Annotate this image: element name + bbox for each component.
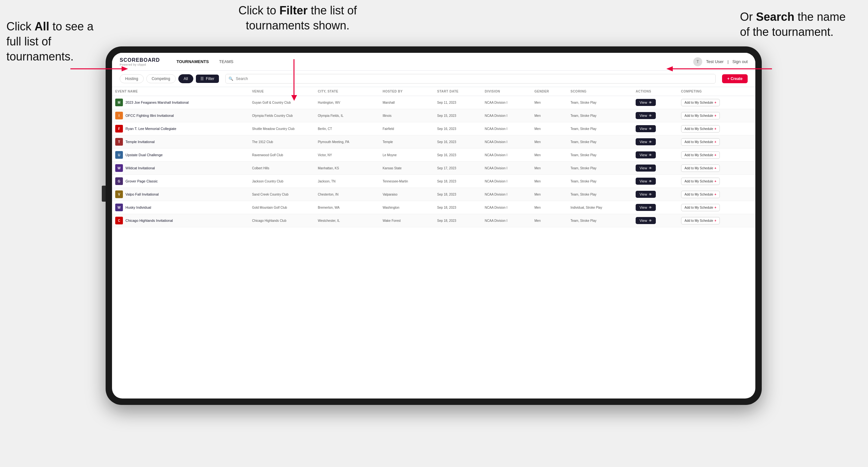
add-schedule-button[interactable]: Add to My Schedule + [681, 138, 720, 146]
view-label: View [640, 127, 647, 131]
team-logo: G [115, 177, 123, 185]
cell-venue: Shuttle Meadow Country Club [249, 122, 315, 135]
view-button[interactable]: View 👁 [636, 164, 656, 172]
cell-hosted-by: Wake Forest [379, 214, 434, 227]
filter-icon: ☰ [200, 76, 204, 81]
view-button[interactable]: View 👁 [636, 204, 656, 211]
add-schedule-label: Add to My Schedule [685, 127, 713, 131]
add-schedule-button[interactable]: Add to My Schedule + [681, 151, 720, 159]
view-button[interactable]: View 👁 [636, 191, 656, 198]
table-container: EVENT NAME VENUE CITY, STATE HOSTED BY S… [112, 87, 755, 399]
event-name-text: Ryan T. Lee Memorial Collegiate [125, 127, 176, 131]
plus-icon: + [714, 114, 716, 118]
cell-venue: Guyan Golf & Country Club [249, 96, 315, 109]
add-schedule-button[interactable]: Add to My Schedule + [681, 112, 720, 119]
view-label: View [640, 206, 647, 209]
arrow-filter [293, 59, 294, 98]
view-button[interactable]: View 👁 [636, 99, 656, 106]
col-gender: GENDER [531, 87, 567, 96]
team-logo: W [115, 204, 123, 211]
add-schedule-label: Add to My Schedule [685, 140, 713, 144]
table-header-row: EVENT NAME VENUE CITY, STATE HOSTED BY S… [112, 87, 755, 96]
cell-division: NCAA Division I [482, 122, 531, 135]
cell-city-state: Bremerton, WA [315, 201, 379, 214]
plus-icon: + [714, 166, 716, 170]
view-button[interactable]: View 👁 [636, 112, 656, 119]
cell-event-name: T Temple Invitational [112, 135, 249, 149]
cell-competing: Add to My Schedule + [678, 135, 755, 149]
navbar: SCOREBOARD Powered by clippd TOURNAMENTS… [112, 53, 755, 71]
table-body: M 2023 Joe Feaganes Marshall Invitationa… [112, 96, 755, 227]
event-name-text: Wildcat Invitational [125, 166, 155, 170]
table-row: U Upstate Dual Challenge Ravenwood Golf … [112, 149, 755, 162]
cell-start-date: Sep 18, 2023 [434, 214, 482, 227]
tab-all[interactable]: All [178, 74, 193, 83]
cell-actions: View 👁 [632, 188, 678, 201]
add-schedule-label: Add to My Schedule [685, 219, 713, 222]
team-logo: M [115, 99, 123, 106]
table-row: W Wildcat Invitational Colbert Hills Man… [112, 162, 755, 175]
search-icon: 🔍 [228, 76, 233, 81]
cell-start-date: Sep 18, 2023 [434, 175, 482, 188]
cell-competing: Add to My Schedule + [678, 109, 755, 122]
view-button[interactable]: View 👁 [636, 125, 656, 132]
cell-venue: Olympia Fields Country Club [249, 109, 315, 122]
search-box: 🔍 [225, 74, 716, 84]
view-button[interactable]: View 👁 [636, 217, 656, 224]
cell-gender: Men [531, 149, 567, 162]
cell-hosted-by: Kansas State [379, 162, 434, 175]
tablet-screen: SCOREBOARD Powered by clippd TOURNAMENTS… [112, 53, 755, 399]
plus-icon: + [714, 140, 716, 144]
table-row: C Chicago Highlands Invitational Chicago… [112, 214, 755, 227]
cell-division: NCAA Division I [482, 214, 531, 227]
plus-icon: + [714, 153, 716, 157]
team-logo: T [115, 138, 123, 146]
plus-icon: + [714, 101, 716, 104]
eye-icon: 👁 [649, 219, 652, 222]
nav-teams[interactable]: TEAMS [215, 57, 237, 66]
table-row: V Valpo Fall Invitational Sand Creek Cou… [112, 188, 755, 201]
annotation-topright: Or Search the name of the tournament. [740, 9, 849, 40]
event-name-text: 2023 Joe Feaganes Marshall Invitational [125, 100, 189, 104]
cell-competing: Add to My Schedule + [678, 96, 755, 109]
cell-division: NCAA Division I [482, 109, 531, 122]
cell-gender: Men [531, 135, 567, 149]
col-start-date: START DATE [434, 87, 482, 96]
col-venue: VENUE [249, 87, 315, 96]
add-schedule-label: Add to My Schedule [685, 166, 713, 170]
filter-button[interactable]: ☰ Filter [196, 74, 219, 83]
tab-competing[interactable]: Competing [146, 74, 176, 83]
table-row: F Ryan T. Lee Memorial Collegiate Shuttl… [112, 122, 755, 135]
view-button[interactable]: View 👁 [636, 178, 656, 185]
cell-gender: Men [531, 96, 567, 109]
add-schedule-button[interactable]: Add to My Schedule + [681, 164, 720, 172]
view-button[interactable]: View 👁 [636, 151, 656, 158]
view-label: View [640, 114, 647, 118]
cell-venue: Chicago Highlands Club [249, 214, 315, 227]
team-logo: C [115, 217, 123, 224]
add-schedule-button[interactable]: Add to My Schedule + [681, 204, 720, 211]
cell-hosted-by: Illinois [379, 109, 434, 122]
add-schedule-button[interactable]: Add to My Schedule + [681, 99, 720, 106]
add-schedule-button[interactable]: Add to My Schedule + [681, 125, 720, 132]
nav-tournaments[interactable]: TOURNAMENTS [173, 57, 213, 66]
add-schedule-button[interactable]: Add to My Schedule + [681, 178, 720, 185]
table-row: M 2023 Joe Feaganes Marshall Invitationa… [112, 96, 755, 109]
add-schedule-button[interactable]: Add to My Schedule + [681, 217, 720, 224]
cell-competing: Add to My Schedule + [678, 162, 755, 175]
cell-scoring: Team, Stroke Play [567, 162, 632, 175]
col-scoring: SCORING [567, 87, 632, 96]
view-button[interactable]: View 👁 [636, 138, 656, 145]
col-city-state: CITY, STATE [315, 87, 379, 96]
add-schedule-button[interactable]: Add to My Schedule + [681, 191, 720, 198]
cell-venue: Colbert Hills [249, 162, 315, 175]
cell-gender: Men [531, 201, 567, 214]
plus-icon: + [714, 127, 716, 131]
cell-venue: Ravenwood Golf Club [249, 149, 315, 162]
eye-icon: 👁 [649, 101, 652, 104]
team-logo: F [115, 125, 123, 132]
cell-venue: Jackson Country Club [249, 175, 315, 188]
add-schedule-label: Add to My Schedule [685, 206, 713, 209]
cell-division: NCAA Division I [482, 175, 531, 188]
search-input[interactable] [225, 74, 716, 84]
